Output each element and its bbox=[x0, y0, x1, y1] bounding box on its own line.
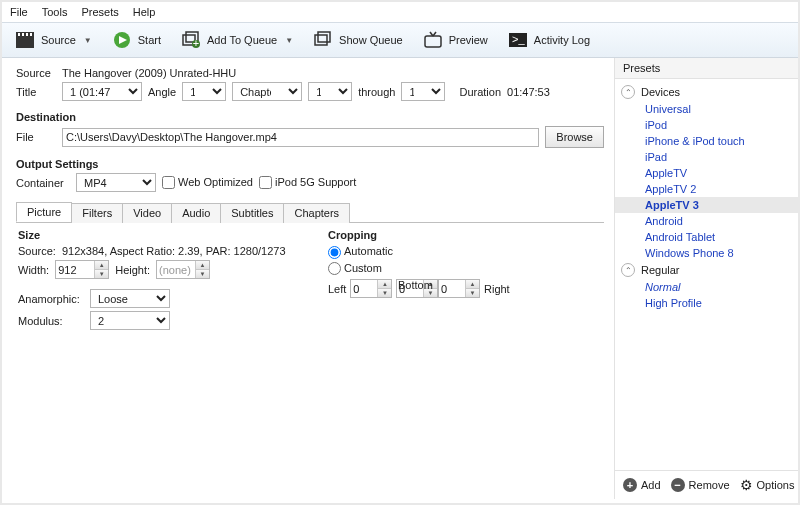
preset-group-regular[interactable]: ⌃ Regular bbox=[615, 261, 798, 279]
start-button[interactable]: Start bbox=[103, 26, 170, 54]
size-source-value: 912x384, Aspect Ratio: 2.39, PAR: 1280/1… bbox=[62, 245, 286, 257]
crop-cross: Top ▲▼ Left ▲▼ ▲▼ Right ▲▼ Bottom bbox=[328, 279, 518, 409]
activity-log-button[interactable]: >_ Activity Log bbox=[499, 26, 599, 54]
start-button-label: Start bbox=[138, 34, 161, 46]
preset-options-button[interactable]: ⚙ Options bbox=[740, 477, 795, 493]
queue-add-icon: + bbox=[181, 31, 201, 49]
svg-rect-4 bbox=[26, 33, 28, 36]
width-stepper[interactable]: ▲▼ bbox=[55, 260, 109, 279]
svg-rect-0 bbox=[16, 37, 34, 48]
preset-high-profile[interactable]: High Profile bbox=[615, 295, 798, 311]
menu-tools[interactable]: Tools bbox=[42, 6, 68, 18]
angle-label: Angle bbox=[148, 86, 176, 98]
through-label: through bbox=[358, 86, 395, 98]
tab-subtitles[interactable]: Subtitles bbox=[220, 203, 284, 223]
angle-select[interactable]: 1 bbox=[182, 82, 226, 101]
chapters-mode-select[interactable]: Chapters bbox=[232, 82, 302, 101]
modulus-label: Modulus: bbox=[18, 315, 84, 327]
chapter-from-select[interactable]: 1 bbox=[308, 82, 352, 101]
chevron-down-icon: ▼ bbox=[285, 36, 293, 45]
show-queue-label: Show Queue bbox=[339, 34, 403, 46]
preview-label: Preview bbox=[449, 34, 488, 46]
crop-left-label: Left bbox=[328, 283, 346, 295]
preset-universal[interactable]: Universal bbox=[615, 101, 798, 117]
toolbar: Source ▼ Start + Add To Queue ▼ Show Que… bbox=[2, 22, 798, 58]
preset-appletv[interactable]: AppleTV bbox=[615, 165, 798, 181]
file-path-input[interactable] bbox=[62, 128, 539, 147]
source-value: The Hangover (2009) Unrated-HHU bbox=[62, 67, 236, 79]
svg-rect-3 bbox=[22, 33, 24, 36]
crop-auto-radio[interactable]: Automatic bbox=[328, 245, 393, 259]
presets-list: ⌃ Devices Universal iPod iPhone & iPod t… bbox=[615, 79, 798, 470]
menu-file[interactable]: File bbox=[10, 6, 28, 18]
container-select[interactable]: MP4 bbox=[76, 173, 156, 192]
minus-icon: − bbox=[671, 478, 685, 492]
preset-ipod[interactable]: iPod bbox=[615, 117, 798, 133]
presets-footer: + Add − Remove ⚙ Options bbox=[615, 470, 798, 499]
clapper-icon bbox=[15, 31, 35, 49]
preset-appletv3[interactable]: AppleTV 3 bbox=[615, 197, 798, 213]
plus-icon: + bbox=[623, 478, 637, 492]
terminal-icon: >_ bbox=[508, 31, 528, 49]
browse-button[interactable]: Browse bbox=[545, 126, 604, 148]
gear-icon: ⚙ bbox=[740, 477, 753, 493]
main-panel: Source The Hangover (2009) Unrated-HHU T… bbox=[2, 58, 614, 499]
remove-preset-button[interactable]: − Remove bbox=[671, 478, 730, 492]
container-label: Container bbox=[16, 177, 70, 189]
queue-icon bbox=[313, 31, 333, 49]
height-stepper[interactable]: ▲▼ bbox=[156, 260, 210, 279]
width-label: Width: bbox=[18, 264, 49, 276]
picture-tab-body: Size Source: 912x384, Aspect Ratio: 2.39… bbox=[16, 223, 604, 415]
svg-text:>_: >_ bbox=[512, 33, 525, 45]
settings-tabs: Picture Filters Video Audio Subtitles Ch… bbox=[16, 202, 604, 223]
tab-chapters[interactable]: Chapters bbox=[283, 203, 350, 223]
tab-video[interactable]: Video bbox=[122, 203, 172, 223]
svg-rect-13 bbox=[318, 32, 330, 42]
crop-custom-radio[interactable]: Custom bbox=[328, 262, 382, 276]
crop-bottom-label: Bottom bbox=[398, 279, 433, 291]
tab-filters[interactable]: Filters bbox=[71, 203, 123, 223]
collapse-icon: ⌃ bbox=[621, 85, 635, 99]
source-button[interactable]: Source ▼ bbox=[6, 26, 101, 54]
svg-rect-5 bbox=[30, 33, 32, 36]
ipod-support-checkbox[interactable]: iPod 5G Support bbox=[259, 176, 356, 190]
preset-android-tablet[interactable]: Android Tablet bbox=[615, 229, 798, 245]
crop-right-stepper[interactable]: ▲▼ bbox=[438, 279, 480, 298]
preset-appletv2[interactable]: AppleTV 2 bbox=[615, 181, 798, 197]
modulus-select[interactable]: 2 bbox=[90, 311, 170, 330]
menu-presets[interactable]: Presets bbox=[81, 6, 118, 18]
height-label: Height: bbox=[115, 264, 150, 276]
title-select[interactable]: 1 (01:47:53) bbox=[62, 82, 142, 101]
anamorphic-label: Anamorphic: bbox=[18, 293, 84, 305]
svg-rect-12 bbox=[315, 35, 327, 45]
duration-value: 01:47:53 bbox=[507, 86, 550, 98]
preset-ipad[interactable]: iPad bbox=[615, 149, 798, 165]
add-preset-button[interactable]: + Add bbox=[623, 478, 661, 492]
destination-head: Destination bbox=[16, 111, 604, 123]
crop-left-stepper[interactable]: ▲▼ bbox=[350, 279, 392, 298]
anamorphic-select[interactable]: Loose bbox=[90, 289, 170, 308]
preset-group-devices[interactable]: ⌃ Devices bbox=[615, 83, 798, 101]
svg-rect-2 bbox=[18, 33, 20, 36]
title-label: Title bbox=[16, 86, 56, 98]
chapter-to-select[interactable]: 1 bbox=[401, 82, 445, 101]
web-optimized-checkbox[interactable]: Web Optimized bbox=[162, 176, 253, 190]
preview-button[interactable]: Preview bbox=[414, 26, 497, 54]
size-source-label: Source: bbox=[18, 245, 56, 257]
output-settings-head: Output Settings bbox=[16, 158, 604, 170]
chevron-down-icon: ▼ bbox=[84, 36, 92, 45]
tv-icon bbox=[423, 31, 443, 49]
preset-windows-phone-8[interactable]: Windows Phone 8 bbox=[615, 245, 798, 261]
menu-help[interactable]: Help bbox=[133, 6, 156, 18]
add-to-queue-button[interactable]: + Add To Queue ▼ bbox=[172, 26, 302, 54]
activity-log-label: Activity Log bbox=[534, 34, 590, 46]
size-head: Size bbox=[18, 229, 288, 241]
tab-picture[interactable]: Picture bbox=[16, 202, 72, 222]
tab-audio[interactable]: Audio bbox=[171, 203, 221, 223]
preset-android[interactable]: Android bbox=[615, 213, 798, 229]
preset-iphone-ipod-touch[interactable]: iPhone & iPod touch bbox=[615, 133, 798, 149]
svg-text:+: + bbox=[193, 37, 199, 49]
show-queue-button[interactable]: Show Queue bbox=[304, 26, 412, 54]
preset-normal[interactable]: Normal bbox=[615, 279, 798, 295]
cropping-head: Cropping bbox=[328, 229, 518, 241]
